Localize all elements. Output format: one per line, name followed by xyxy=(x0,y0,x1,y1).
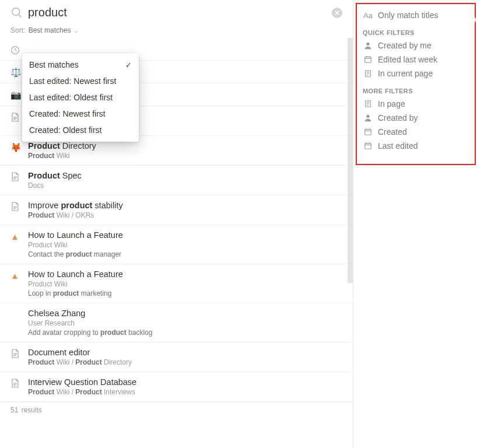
result-title: Interview Question Database xyxy=(28,377,342,387)
doc-icon xyxy=(10,201,22,219)
result-snippet: Contact the product manager xyxy=(28,250,342,258)
result-path: Product Wiki / Product Interviews xyxy=(28,388,342,396)
result-item[interactable]: Interview Question DatabaseProduct Wiki … xyxy=(0,372,353,402)
search-input[interactable] xyxy=(28,6,332,19)
person-icon xyxy=(363,41,373,50)
result-body: How to Launch a FeatureProduct WikiLoop … xyxy=(28,270,342,298)
filter-label: Edited last week xyxy=(378,55,437,64)
filter-label: Last edited xyxy=(378,141,418,150)
emoji-launch-icon: ▲ xyxy=(10,230,22,258)
more-filter-last-edited[interactable]: Last edited xyxy=(358,139,472,153)
filter-label: In current page xyxy=(378,69,433,78)
sort-option-label: Last edited: Newest first xyxy=(29,76,116,86)
result-body: Product SpecDocs xyxy=(28,171,342,190)
clear-search-button[interactable] xyxy=(332,8,342,18)
result-title: How to Launch a Feature xyxy=(28,270,342,279)
clock-icon xyxy=(10,44,22,55)
scrollbar[interactable] xyxy=(348,38,353,283)
sort-label: Sort: xyxy=(10,26,25,34)
page-icon xyxy=(363,100,373,108)
sort-option-label: Created: Oldest first xyxy=(29,125,102,135)
sort-dropdown-trigger[interactable]: Best matches ⌄ xyxy=(29,26,79,34)
sort-option-label: Created: Newest first xyxy=(29,109,106,118)
more-filter-created[interactable]: Created xyxy=(358,125,472,139)
person-icon xyxy=(363,114,373,122)
svg-line-1 xyxy=(19,14,22,17)
svg-point-33 xyxy=(366,115,369,118)
sort-option-created-newest[interactable]: Created: Newest first xyxy=(22,106,139,122)
check-icon: ✓ xyxy=(125,61,132,69)
sort-option-last-edited-oldest[interactable]: Last edited: Oldest first xyxy=(22,89,139,106)
emoji-camera-icon: 📷 xyxy=(10,89,22,100)
result-title: Product Spec xyxy=(28,171,342,180)
chevron-down-icon: ⌄ xyxy=(74,28,79,34)
sort-option-created-oldest[interactable]: Created: Oldest first xyxy=(22,122,139,138)
sort-option-best-matches[interactable]: Best matches ✓ xyxy=(22,57,139,73)
svg-rect-21 xyxy=(365,57,371,63)
sort-option-label: Best matches xyxy=(29,60,79,69)
sort-option-last-edited-newest[interactable]: Last edited: Newest first xyxy=(22,73,139,89)
search-main-panel: Sort: Best matches ⌄ Best matches ✓ Last… xyxy=(0,0,353,448)
emoji-launch-icon: ▲ xyxy=(10,270,22,298)
result-body: Chelsea ZhangUser ResearchAdd avatar cro… xyxy=(28,309,342,337)
sort-row: Sort: Best matches ⌄ Best matches ✓ Last… xyxy=(0,24,353,38)
text-case-icon: Aa xyxy=(363,11,373,20)
result-title: Chelsea Zhang xyxy=(28,309,342,318)
doc-icon xyxy=(10,377,22,396)
emoji-fox-icon: 🦊 xyxy=(10,141,22,160)
filter-label: Created by xyxy=(378,113,418,123)
calendar-icon xyxy=(363,55,373,64)
quick-filters-heading: QUICK FILTERS xyxy=(358,22,472,38)
more-filter-in-page[interactable]: In page xyxy=(358,97,472,111)
quick-filter-created-by-me[interactable]: Created by me xyxy=(358,38,472,52)
result-body: Interview Question DatabaseProduct Wiki … xyxy=(28,377,342,396)
search-icon xyxy=(10,6,23,19)
result-item[interactable]: Product SpecDocs xyxy=(0,166,353,195)
result-path: Product Wiki / OKRs xyxy=(28,211,342,219)
doc-icon xyxy=(10,171,22,190)
only-match-titles-row[interactable]: Aa Only match titles xyxy=(358,8,472,22)
svg-point-0 xyxy=(12,8,20,15)
doc-icon xyxy=(10,348,22,366)
more-filters-heading: MORE FILTERS xyxy=(358,80,472,97)
results-count: 51 xyxy=(10,406,18,414)
page-icon xyxy=(363,69,373,78)
svg-rect-38 xyxy=(365,144,371,149)
result-body: How to Launch a FeatureProduct WikiConta… xyxy=(28,230,342,258)
result-body: Improve product stabilityProduct Wiki / … xyxy=(28,201,342,219)
result-snippet: Loop in product marketing xyxy=(28,289,342,298)
result-title: Document editor xyxy=(28,348,342,357)
sort-dropdown-menu: Best matches ✓ Last edited: Newest first… xyxy=(22,53,139,142)
results-footer: 51 results xyxy=(0,402,353,418)
filters-sidebar: Aa Only match titles QUICK FILTERS Creat… xyxy=(353,0,477,448)
quick-filter-edited-last-week[interactable]: Edited last week xyxy=(358,52,472,66)
result-path: Product Wiki xyxy=(28,241,342,249)
filter-label: Created xyxy=(378,127,407,136)
result-item[interactable]: Improve product stabilityProduct Wiki / … xyxy=(0,195,353,225)
result-body: Product DirectoryProduct Wiki xyxy=(28,141,342,160)
filter-label: Created by me xyxy=(378,41,432,50)
search-row xyxy=(0,0,353,24)
result-path: User Research xyxy=(28,319,342,327)
result-title: Improve product stability xyxy=(28,201,342,210)
result-snippet: Add avatar cropping to product backlog xyxy=(28,328,342,337)
result-item[interactable]: ▲How to Launch a FeatureProduct WikiLoop… xyxy=(0,264,353,303)
result-path: Docs xyxy=(28,181,342,190)
sort-selected-value: Best matches xyxy=(29,26,71,34)
result-item[interactable]: ▲How to Launch a FeatureProduct WikiCont… xyxy=(0,225,353,264)
result-title: Product Directory xyxy=(28,141,342,150)
doc-icon xyxy=(10,111,22,130)
results-count-label: results xyxy=(22,406,42,414)
filter-label: In page xyxy=(378,99,405,108)
quick-filter-in-current-page[interactable]: In current page xyxy=(358,66,472,80)
svg-point-20 xyxy=(366,43,369,46)
emoji-balance-icon: ⚖️ xyxy=(10,66,22,78)
result-path: Product Wiki xyxy=(28,152,342,160)
more-filter-created-by[interactable]: Created by xyxy=(358,111,472,125)
svg-rect-34 xyxy=(365,130,371,135)
result-item[interactable]: Document editorProduct Wiki / Product Di… xyxy=(0,342,353,372)
result-item[interactable]: Chelsea ZhangUser ResearchAdd avatar cro… xyxy=(0,303,353,342)
calendar-icon xyxy=(363,128,373,136)
result-title: How to Launch a Feature xyxy=(28,230,342,240)
calendar-icon xyxy=(363,142,373,150)
